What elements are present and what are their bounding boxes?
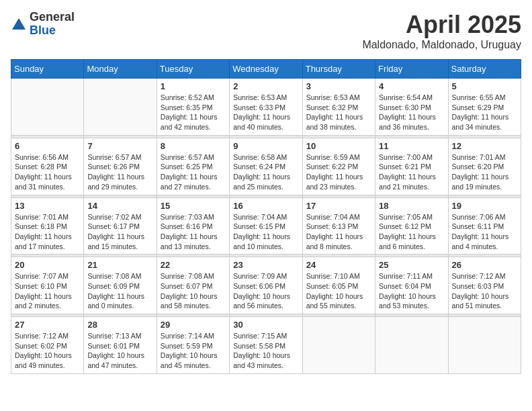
calendar-week-row: 6Sunrise: 6:56 AM Sunset: 6:28 PM Daylig… [11,138,521,195]
title-area: April 2025 Maldonado, Maldonado, Uruguay [362,11,521,51]
day-number: 2 [233,81,298,91]
day-number: 17 [306,201,371,211]
day-detail: Sunrise: 7:10 AM Sunset: 6:05 PM Dayligh… [306,271,371,311]
day-number: 30 [233,320,298,330]
calendar-cell: 5Sunrise: 6:55 AM Sunset: 6:29 PM Daylig… [448,79,521,136]
day-number: 7 [87,141,152,151]
calendar-cell: 12Sunrise: 7:01 AM Sunset: 6:20 PM Dayli… [448,138,521,195]
calendar-cell: 7Sunrise: 6:57 AM Sunset: 6:26 PM Daylig… [84,138,157,195]
day-detail: Sunrise: 6:53 AM Sunset: 6:32 PM Dayligh… [306,93,371,132]
day-number: 10 [306,141,371,151]
day-number: 1 [161,81,226,91]
logo: General Blue [11,11,75,38]
day-detail: Sunrise: 7:12 AM Sunset: 6:03 PM Dayligh… [452,271,517,311]
weekday-header-wednesday: Wednesday [230,60,302,79]
calendar-cell: 20Sunrise: 7:07 AM Sunset: 6:10 PM Dayli… [11,257,84,314]
calendar-cell [448,317,521,374]
day-number: 8 [161,141,226,151]
day-detail: Sunrise: 7:00 AM Sunset: 6:21 PM Dayligh… [379,152,444,192]
calendar-cell: 15Sunrise: 7:03 AM Sunset: 6:16 PM Dayli… [157,197,229,255]
day-detail: Sunrise: 7:13 AM Sunset: 6:01 PM Dayligh… [87,331,152,371]
day-detail: Sunrise: 7:06 AM Sunset: 6:11 PM Dayligh… [452,212,517,252]
calendar-cell: 18Sunrise: 7:05 AM Sunset: 6:12 PM Dayli… [375,197,448,255]
day-number: 18 [379,201,444,211]
day-detail: Sunrise: 7:15 AM Sunset: 5:58 PM Dayligh… [233,331,298,371]
day-detail: Sunrise: 6:59 AM Sunset: 6:22 PM Dayligh… [306,152,371,192]
calendar-week-row: 13Sunrise: 7:01 AM Sunset: 6:18 PM Dayli… [11,197,521,255]
calendar-cell: 13Sunrise: 7:01 AM Sunset: 6:18 PM Dayli… [11,197,84,255]
calendar-cell: 19Sunrise: 7:06 AM Sunset: 6:11 PM Dayli… [448,197,521,255]
day-number: 14 [87,201,152,211]
weekday-header-friday: Friday [375,60,448,79]
calendar-cell: 3Sunrise: 6:53 AM Sunset: 6:32 PM Daylig… [302,79,375,136]
calendar-cell: 21Sunrise: 7:08 AM Sunset: 6:09 PM Dayli… [84,257,157,314]
day-number: 27 [15,320,80,330]
day-number: 6 [15,141,80,151]
day-number: 28 [87,320,152,330]
calendar-cell [11,79,84,136]
calendar-cell: 25Sunrise: 7:11 AM Sunset: 6:04 PM Dayli… [375,257,448,314]
day-number: 3 [306,81,371,91]
logo-blue: Blue [30,24,75,38]
calendar-cell: 22Sunrise: 7:08 AM Sunset: 6:07 PM Dayli… [157,257,229,314]
calendar-cell: 17Sunrise: 7:04 AM Sunset: 6:13 PM Dayli… [302,197,375,255]
weekday-header-thursday: Thursday [302,60,375,79]
day-number: 22 [161,260,226,270]
calendar-cell: 26Sunrise: 7:12 AM Sunset: 6:03 PM Dayli… [448,257,521,314]
day-detail: Sunrise: 7:14 AM Sunset: 5:59 PM Dayligh… [161,331,226,371]
day-detail: Sunrise: 6:52 AM Sunset: 6:35 PM Dayligh… [161,93,226,132]
day-number: 23 [233,260,298,270]
calendar-cell: 10Sunrise: 6:59 AM Sunset: 6:22 PM Dayli… [302,138,375,195]
day-number: 12 [452,141,517,151]
day-number: 19 [452,201,517,211]
day-number: 20 [15,260,80,270]
weekday-header-monday: Monday [84,60,157,79]
day-detail: Sunrise: 7:07 AM Sunset: 6:10 PM Dayligh… [15,271,80,311]
calendar-cell: 11Sunrise: 7:00 AM Sunset: 6:21 PM Dayli… [375,138,448,195]
day-detail: Sunrise: 7:04 AM Sunset: 6:15 PM Dayligh… [233,212,298,252]
location-title: Maldonado, Maldonado, Uruguay [362,39,521,51]
calendar-cell: 28Sunrise: 7:13 AM Sunset: 6:01 PM Dayli… [84,317,157,374]
day-detail: Sunrise: 7:08 AM Sunset: 6:09 PM Dayligh… [87,271,152,311]
day-detail: Sunrise: 6:53 AM Sunset: 6:33 PM Dayligh… [233,93,298,132]
day-detail: Sunrise: 7:03 AM Sunset: 6:16 PM Dayligh… [161,212,226,252]
calendar-cell: 9Sunrise: 6:58 AM Sunset: 6:24 PM Daylig… [230,138,302,195]
day-number: 11 [379,141,444,151]
logo-icon [11,16,27,32]
header: General Blue April 2025 Maldonado, Maldo… [11,11,521,51]
weekday-header-saturday: Saturday [448,60,521,79]
day-number: 21 [87,260,152,270]
calendar-cell: 1Sunrise: 6:52 AM Sunset: 6:35 PM Daylig… [157,79,229,136]
day-number: 4 [379,81,444,91]
logo-text: General Blue [30,11,75,38]
day-detail: Sunrise: 7:01 AM Sunset: 6:20 PM Dayligh… [452,152,517,192]
day-number: 24 [306,260,371,270]
calendar-cell: 29Sunrise: 7:14 AM Sunset: 5:59 PM Dayli… [157,317,229,374]
day-number: 13 [15,201,80,211]
calendar-week-row: 20Sunrise: 7:07 AM Sunset: 6:10 PM Dayli… [11,257,521,314]
day-number: 9 [233,141,298,151]
calendar-cell [302,317,375,374]
calendar-cell: 23Sunrise: 7:09 AM Sunset: 6:06 PM Dayli… [230,257,302,314]
calendar-cell: 8Sunrise: 6:57 AM Sunset: 6:25 PM Daylig… [157,138,229,195]
day-detail: Sunrise: 7:05 AM Sunset: 6:12 PM Dayligh… [379,212,444,252]
calendar-cell: 27Sunrise: 7:12 AM Sunset: 6:02 PM Dayli… [11,317,84,374]
weekday-header-tuesday: Tuesday [157,60,229,79]
calendar-cell: 14Sunrise: 7:02 AM Sunset: 6:17 PM Dayli… [84,197,157,255]
calendar-cell: 2Sunrise: 6:53 AM Sunset: 6:33 PM Daylig… [230,79,302,136]
calendar: SundayMondayTuesdayWednesdayThursdayFrid… [11,59,521,374]
calendar-cell: 16Sunrise: 7:04 AM Sunset: 6:15 PM Dayli… [230,197,302,255]
day-number: 25 [379,260,444,270]
calendar-cell [375,317,448,374]
day-number: 26 [452,260,517,270]
calendar-cell: 24Sunrise: 7:10 AM Sunset: 6:05 PM Dayli… [302,257,375,314]
day-detail: Sunrise: 6:55 AM Sunset: 6:29 PM Dayligh… [452,93,517,132]
calendar-cell: 4Sunrise: 6:54 AM Sunset: 6:30 PM Daylig… [375,79,448,136]
day-detail: Sunrise: 6:54 AM Sunset: 6:30 PM Dayligh… [379,93,444,132]
weekday-header-sunday: Sunday [11,60,84,79]
calendar-week-row: 27Sunrise: 7:12 AM Sunset: 6:02 PM Dayli… [11,317,521,374]
day-detail: Sunrise: 7:02 AM Sunset: 6:17 PM Dayligh… [87,212,152,252]
day-number: 16 [233,201,298,211]
day-detail: Sunrise: 6:56 AM Sunset: 6:28 PM Dayligh… [15,152,80,192]
logo-general: General [30,11,75,24]
